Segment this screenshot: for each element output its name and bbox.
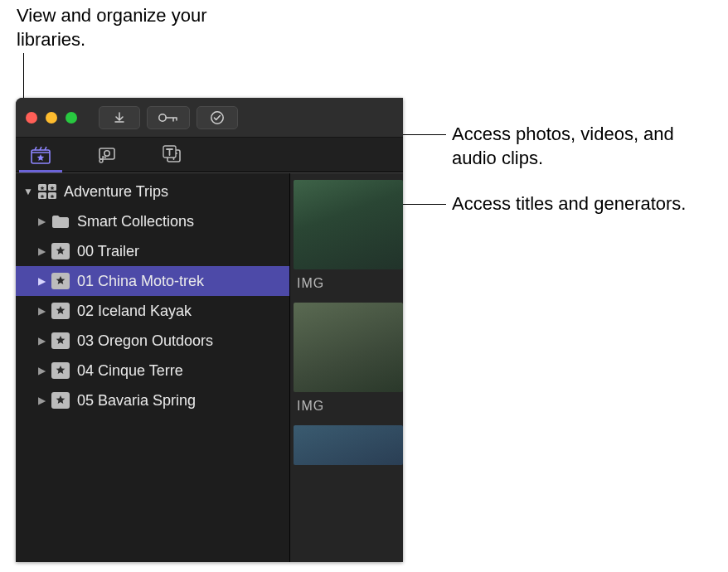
download-arrow-icon (113, 111, 126, 124)
sidebar-item-event[interactable]: ▶ 04 Cinque Terre (16, 356, 289, 385)
title-t-icon (163, 145, 184, 165)
event-star-icon (51, 332, 70, 350)
clip-thumbnails: IMG IMG (289, 173, 403, 562)
item-label: 00 Trailer (77, 243, 139, 260)
item-label: 04 Cinque Terre (77, 362, 183, 380)
sidebar-item-event[interactable]: ▶ 00 Trailer (16, 236, 289, 266)
sidebar-item-event[interactable]: ▶ 05 Bavaria Spring (16, 385, 289, 415)
item-label: 01 China Moto-trek (77, 273, 204, 290)
disclosure-triangle-icon[interactable]: ▶ (34, 245, 49, 257)
clip-thumbnail[interactable] (294, 180, 403, 269)
clip-thumbnail[interactable] (294, 303, 403, 392)
sidebar-item-event[interactable]: ▶ 01 China Moto-trek (16, 266, 289, 296)
library-name: Adventure Trips (64, 183, 168, 201)
event-star-icon (51, 302, 70, 320)
disclosure-triangle-icon[interactable]: ▶ (34, 216, 49, 227)
libraries-tab[interactable] (24, 138, 57, 172)
item-label: 03 Oregon Outdoors (77, 332, 213, 350)
import-button[interactable] (99, 106, 140, 129)
clip-label: IMG (297, 399, 403, 414)
disclosure-triangle-icon[interactable]: ▼ (21, 186, 36, 197)
disclosure-triangle-icon[interactable]: ▶ (34, 335, 49, 347)
photos-audio-tab[interactable] (90, 138, 124, 172)
callout-libraries: View and organize your libraries. (17, 4, 216, 51)
checkmark-circle-icon (210, 110, 225, 125)
event-star-icon (51, 391, 70, 410)
titlebar (16, 98, 403, 138)
library-tree: ▼ Adventure Trips (16, 173, 289, 562)
sidebar-item-event[interactable]: ▶ 02 Iceland Kayak (16, 296, 289, 326)
disclosure-triangle-icon[interactable]: ▶ (34, 305, 49, 317)
clip-label: IMG (297, 276, 403, 291)
callout-media: Access photos, videos, and audio clips. (452, 123, 701, 170)
disclosure-triangle-icon[interactable]: ▶ (34, 275, 49, 287)
disclosure-triangle-icon[interactable]: ▶ (34, 395, 49, 406)
disclosure-triangle-icon[interactable]: ▶ (34, 365, 49, 376)
sidebar-item-smart-collections[interactable]: ▶ Smart Collections (16, 206, 289, 236)
titles-generators-tab[interactable] (157, 138, 190, 172)
sidebar-tabbar (16, 138, 403, 172)
background-tasks-button[interactable] (197, 106, 238, 129)
svg-rect-3 (99, 148, 114, 159)
minimize-window-button[interactable] (46, 112, 57, 124)
folder-icon (51, 212, 70, 230)
clapperboard-star-icon (30, 145, 51, 165)
event-star-icon (51, 242, 70, 260)
item-label: 02 Iceland Kayak (77, 303, 192, 320)
sidebar-item-event[interactable]: ▶ 03 Oregon Outdoors (16, 326, 289, 356)
camera-music-icon (96, 145, 118, 165)
event-star-icon (51, 272, 70, 290)
library-browser: ▼ Adventure Trips (16, 172, 403, 562)
keyword-editor-button[interactable] (147, 106, 190, 129)
library-root[interactable]: ▼ Adventure Trips (16, 177, 289, 206)
item-label: Smart Collections (77, 213, 194, 230)
event-star-icon (51, 361, 70, 380)
svg-point-0 (159, 114, 166, 120)
close-window-button[interactable] (26, 112, 37, 124)
app-window: ▼ Adventure Trips (16, 98, 403, 562)
key-icon (158, 112, 179, 124)
zoom-window-button[interactable] (66, 112, 77, 124)
library-icon (37, 182, 57, 201)
callout-titles: Access titles and generators. (452, 192, 701, 216)
svg-point-4 (104, 150, 109, 155)
item-label: 05 Bavaria Spring (77, 392, 196, 410)
clip-thumbnail[interactable] (294, 425, 403, 465)
window-controls (26, 112, 77, 124)
